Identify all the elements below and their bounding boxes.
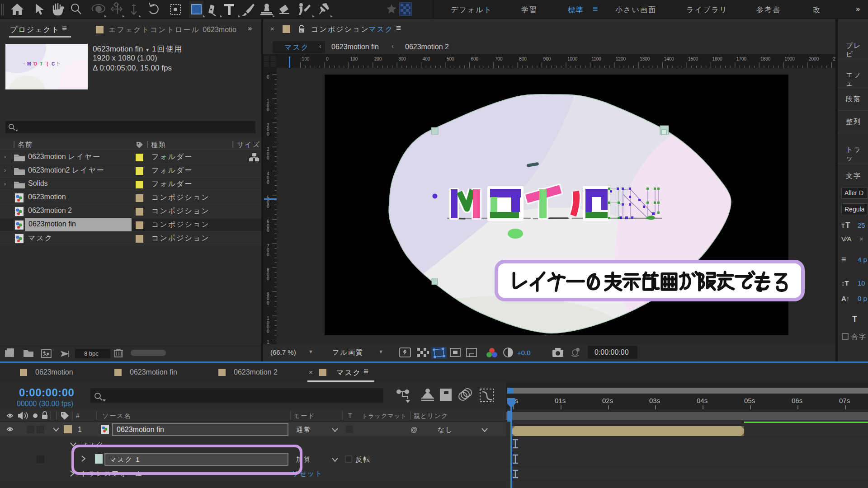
svg-text:↕T: ↕T	[841, 279, 849, 287]
svg-text:600: 600	[267, 219, 269, 233]
svg-text:700: 700	[267, 244, 269, 257]
svg-text:通常: 通常	[296, 426, 311, 433]
svg-text:T: T	[841, 223, 845, 229]
svg-text:400: 400	[267, 171, 269, 185]
svg-text:合字: 合字	[851, 333, 867, 340]
svg-text:1: 1	[78, 426, 82, 433]
svg-text:ソース名: ソース名	[102, 412, 132, 419]
svg-text:03s: 03s	[649, 397, 660, 404]
svg-text:04s: 04s	[697, 397, 708, 404]
svg-text:4 p: 4 p	[858, 256, 867, 263]
svg-text:なし: なし	[438, 426, 453, 433]
svg-text:トラックマット: トラックマット	[362, 413, 407, 419]
svg-text:親とリンク: 親とリンク	[414, 412, 448, 419]
svg-text:×: ×	[859, 235, 863, 243]
svg-text:100: 100	[302, 56, 310, 61]
svg-text:≡: ≡	[841, 255, 846, 264]
svg-text:1000: 1000	[567, 56, 578, 61]
svg-text:モード: モード	[293, 412, 316, 419]
svg-text:C: C	[52, 61, 55, 66]
svg-text:T: T	[852, 314, 857, 324]
svg-text:25: 25	[858, 221, 865, 229]
svg-text:T: T	[40, 61, 42, 66]
svg-text:ʿ(: ʿ(	[45, 61, 48, 66]
svg-text:0: 0	[326, 56, 329, 61]
svg-text:800: 800	[267, 267, 269, 281]
svg-text:600: 600	[471, 56, 478, 61]
svg-text:500: 500	[267, 195, 269, 209]
svg-text:100: 100	[267, 99, 269, 112]
svg-text:@: @	[410, 426, 417, 433]
svg-text:01s: 01s	[555, 397, 566, 404]
svg-text:1100: 1100	[267, 340, 269, 344]
svg-text:200: 200	[267, 123, 269, 136]
svg-text:07s: 07s	[839, 397, 850, 404]
svg-text:200: 200	[374, 56, 382, 61]
svg-text:反転: 反転	[355, 455, 371, 463]
svg-text:0623motion fin: 0623motion fin	[117, 426, 164, 433]
svg-text:900: 900	[543, 56, 551, 61]
svg-text:1700: 1700	[736, 56, 747, 61]
svg-text:#: #	[76, 412, 80, 419]
svg-text:V∕A: V∕A	[841, 235, 852, 243]
svg-text:100: 100	[350, 56, 358, 61]
svg-text:900: 900	[267, 292, 269, 305]
svg-text:800: 800	[519, 56, 527, 61]
svg-text:05s: 05s	[744, 397, 755, 404]
svg-text:1600: 1600	[712, 56, 722, 61]
svg-text:T: T	[845, 221, 850, 230]
svg-text:1800: 1800	[760, 56, 771, 61]
svg-text:1200: 1200	[616, 56, 626, 61]
svg-text:1300: 1300	[640, 56, 650, 61]
svg-text:+0.0: +0.0	[517, 349, 531, 357]
svg-text:300: 300	[398, 56, 406, 61]
svg-text:1900: 1900	[785, 56, 795, 61]
svg-text:1000: 1000	[267, 316, 269, 334]
svg-text:!·: !·	[57, 61, 60, 66]
svg-text:1500: 1500	[688, 56, 698, 61]
svg-text:400: 400	[423, 56, 430, 61]
svg-text:M: M	[27, 61, 31, 66]
svg-text:2100: 2100	[833, 56, 835, 61]
svg-text:700: 700	[495, 56, 503, 61]
svg-text:6: 6	[300, 29, 302, 33]
svg-text:0: 0	[267, 75, 269, 80]
svg-text:T: T	[348, 412, 352, 419]
svg-text:500: 500	[447, 56, 454, 61]
svg-text:2000: 2000	[809, 56, 819, 61]
svg-text:10: 10	[858, 279, 865, 287]
svg-text:8 bpc: 8 bpc	[84, 350, 99, 357]
svg-text:06s: 06s	[792, 397, 802, 404]
svg-text:1100: 1100	[591, 56, 601, 61]
svg-text:300: 300	[267, 147, 269, 160]
svg-text:02s: 02s	[602, 397, 613, 404]
svg-text:A↑: A↑	[841, 295, 849, 302]
svg-text:·: ·	[24, 61, 25, 66]
svg-text:1400: 1400	[664, 56, 675, 61]
svg-text:0 p: 0 p	[858, 295, 867, 302]
svg-text:Ό: Ό	[33, 61, 37, 66]
